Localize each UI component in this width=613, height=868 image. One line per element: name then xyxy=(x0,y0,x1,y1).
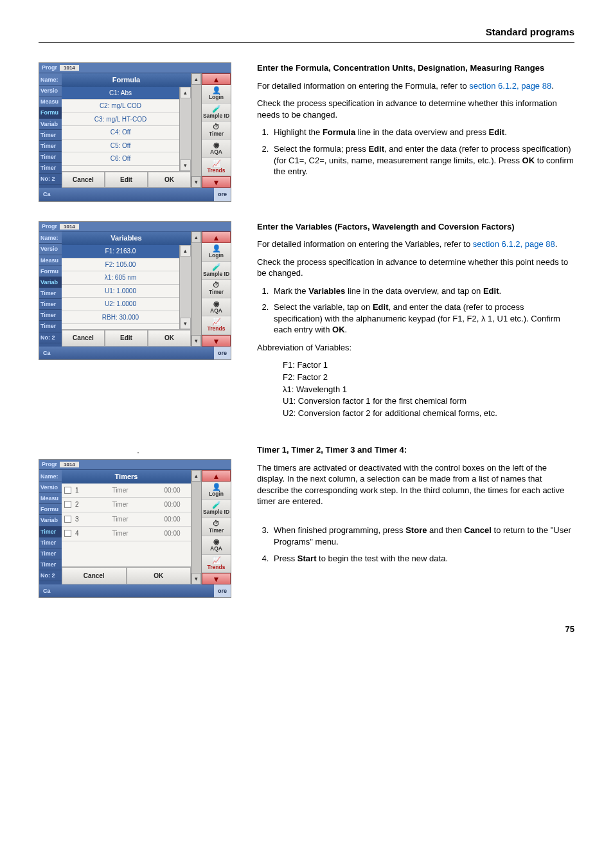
aqa-button[interactable]: ◉AQA xyxy=(202,140,231,158)
checkbox[interactable] xyxy=(64,501,71,508)
sidebar-item: Timer xyxy=(39,141,62,152)
sample-id-button[interactable]: 🧪Sample ID xyxy=(202,500,231,518)
scroll-up-icon[interactable]: ▴ xyxy=(191,231,201,243)
list-item: Press Start to begin the test with the n… xyxy=(271,553,574,565)
timer-row[interactable]: 4Timer00:00 xyxy=(62,527,191,541)
timer-button[interactable]: ⏱Timer xyxy=(202,280,231,298)
right-panel: ▲ 👤Login 🧪Sample ID ⏱Timer ◉AQA 📈Trends … xyxy=(201,470,231,584)
scroll-down-icon[interactable]: ▾ xyxy=(180,318,191,329)
scroll-down-icon[interactable]: ▾ xyxy=(191,176,201,188)
checkbox[interactable] xyxy=(64,487,71,494)
list-item[interactable]: C1: Abs xyxy=(62,87,179,100)
popup-title: Variables xyxy=(62,231,191,245)
aqa-button[interactable]: ◉AQA xyxy=(202,536,231,554)
timer-row[interactable]: 3Timer00:00 xyxy=(62,512,191,527)
sidebar-labels: Name: Versio Measu Formu Variab Timer Ti… xyxy=(39,231,62,346)
nav-down-icon[interactable]: ▼ xyxy=(202,176,231,188)
outer-scrollbar[interactable]: ▴ ▾ xyxy=(191,73,201,188)
right-panel: ▲ 👤Login 🧪Sample ID ⏱Timer ◉AQA 📈Trends … xyxy=(201,73,231,188)
section-heading: Timer 1, Timer 2, Timer 3 and Timer 4: xyxy=(257,444,574,456)
list-item[interactable]: C6: Off xyxy=(62,152,179,166)
xref-link[interactable]: section 6.1.2, page 88 xyxy=(469,81,551,91)
nav-down-icon[interactable]: ▼ xyxy=(202,573,231,584)
list-item[interactable]: RBH: 30.000 xyxy=(62,311,179,325)
sidebar-item: Name: xyxy=(39,471,62,482)
sidebar-labels: Name: Versio Measu Formu Variab Timer Ti… xyxy=(39,470,62,584)
xref-link[interactable]: section 6.1.2, page 88 xyxy=(473,239,555,249)
list-item[interactable]: C3: mg/L HT-COD xyxy=(62,113,179,127)
list-item[interactable]: F2: 105.00 xyxy=(62,258,179,272)
popup-scrollbar[interactable]: ▴ ▾ xyxy=(179,87,191,171)
aqa-button[interactable]: ◉AQA xyxy=(202,298,231,316)
nav-up-icon[interactable]: ▲ xyxy=(202,470,231,482)
nav-up-icon[interactable]: ▲ xyxy=(202,231,231,243)
edit-button[interactable]: Edit xyxy=(105,172,148,188)
scroll-up-icon[interactable]: ▴ xyxy=(180,245,191,257)
decorative-dot: . xyxy=(39,444,238,457)
outer-scrollbar[interactable]: ▴ ▾ xyxy=(191,231,201,346)
aqa-icon: ◉ xyxy=(202,141,230,149)
list-item[interactable]: λ1: 605 nm xyxy=(62,271,179,285)
login-button[interactable]: 👤Login xyxy=(202,85,231,103)
login-button[interactable]: 👤Login xyxy=(202,482,231,500)
footer-ore: ore xyxy=(214,347,231,359)
checkbox[interactable] xyxy=(64,530,71,537)
section-heading: Enter the Variables (Factors, Wavelength… xyxy=(257,221,574,233)
checkbox[interactable] xyxy=(64,516,71,523)
timer-button[interactable]: ⏱Timer xyxy=(202,122,231,140)
scroll-down-icon[interactable]: ▾ xyxy=(191,335,201,347)
outer-scrollbar[interactable]: ▴ ▾ xyxy=(191,470,201,584)
sidebar-item: Timer xyxy=(39,527,62,538)
trends-button[interactable]: 📈Trends xyxy=(202,555,231,573)
list-item[interactable]: C2: mg/L COD xyxy=(62,100,179,113)
abbrev-item: λ1: Wavelength 1 xyxy=(283,384,574,395)
sidebar-labels: Name: Versio Measu Formu Variab Timer Ti… xyxy=(39,73,62,188)
list-item[interactable]: U2: 1.0000 xyxy=(62,298,179,311)
login-icon: 👤 xyxy=(202,484,230,491)
scroll-up-icon[interactable]: ▴ xyxy=(191,73,201,85)
cancel-button[interactable]: Cancel xyxy=(62,172,105,188)
login-button[interactable]: 👤Login xyxy=(202,243,231,261)
sidebar-item: Timer xyxy=(39,559,62,570)
scroll-up-icon[interactable]: ▴ xyxy=(191,470,201,482)
nav-down-icon[interactable]: ▼ xyxy=(202,335,231,347)
footer-ore: ore xyxy=(214,188,231,201)
sample-id-button[interactable]: 🧪Sample ID xyxy=(202,262,231,280)
section-heading: Enter the Formula, Concentration Units, … xyxy=(257,62,574,74)
sidebar-item: Name: xyxy=(39,233,62,244)
timer-button[interactable]: ⏱Timer xyxy=(202,518,231,536)
sidebar-item: No: 2 xyxy=(39,174,62,185)
cancel-button[interactable]: Cancel xyxy=(62,330,105,347)
sidebar-item: Timer xyxy=(39,538,62,548)
timer-row[interactable]: 1Timer00:00 xyxy=(62,484,191,498)
edit-button[interactable]: Edit xyxy=(105,330,148,347)
popup-scrollbar[interactable]: ▴ ▾ xyxy=(179,245,191,329)
trends-button[interactable]: 📈Trends xyxy=(202,158,231,176)
footer-ore: ore xyxy=(214,584,231,597)
list-item[interactable]: C5: Off xyxy=(62,140,179,153)
list-item[interactable]: U1: 1.0000 xyxy=(62,285,179,298)
trends-button[interactable]: 📈Trends xyxy=(202,316,231,334)
sidebar-item: Timer xyxy=(39,288,62,299)
sidebar-item: Formu xyxy=(39,504,62,515)
timers-list: 1Timer00:00 2Timer00:00 3Timer00:00 4Tim… xyxy=(62,484,191,566)
ok-button[interactable]: OK xyxy=(148,330,191,347)
timer-icon: ⏱ xyxy=(202,123,230,131)
list-item: Select the formula; press Edit, and ente… xyxy=(271,143,574,177)
right-panel: ▲ 👤Login 🧪Sample ID ⏱Timer ◉AQA 📈Trends … xyxy=(201,231,231,346)
timer-row[interactable]: 2Timer00:00 xyxy=(62,498,191,512)
scroll-up-icon[interactable]: ▴ xyxy=(180,87,191,98)
prog-prefix: Progr xyxy=(42,223,57,230)
ok-button[interactable]: OK xyxy=(127,567,191,585)
scroll-down-icon[interactable]: ▾ xyxy=(191,573,201,584)
sample-id-button[interactable]: 🧪Sample ID xyxy=(202,104,231,122)
list-item[interactable]: F1: 2163.0 xyxy=(62,245,179,258)
scroll-down-icon[interactable]: ▾ xyxy=(180,159,191,171)
abbrev-item: F1: Factor 1 xyxy=(283,359,574,371)
prog-prefix: Progr xyxy=(42,64,57,71)
list-item[interactable]: C4: Off xyxy=(62,126,179,140)
popup-list: F1: 2163.0 F2: 105.00 λ1: 605 nm U1: 1.0… xyxy=(62,245,179,329)
cancel-button[interactable]: Cancel xyxy=(62,567,127,585)
ok-button[interactable]: OK xyxy=(148,172,191,188)
nav-up-icon[interactable]: ▲ xyxy=(202,73,231,85)
